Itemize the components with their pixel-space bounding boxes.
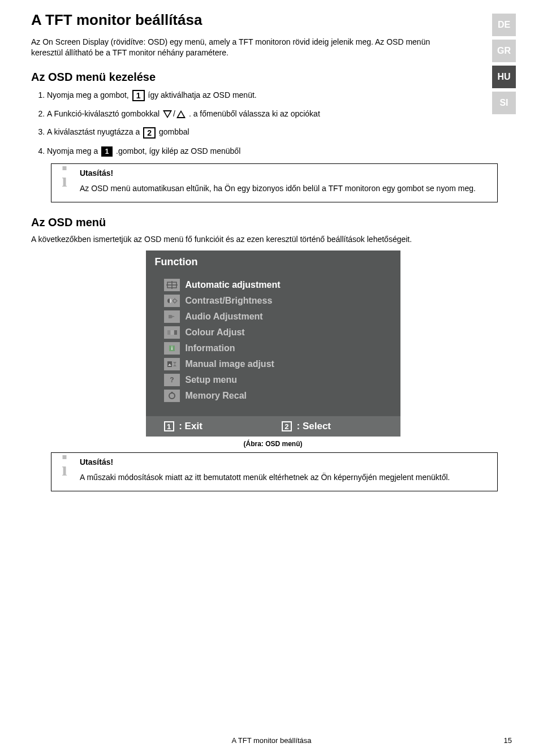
step-4: Nyomja meg a 1 .gombot, így kilép az OSD… — [47, 145, 515, 157]
osd-label: Information — [186, 343, 235, 353]
figure-caption: (Ábra: OSD menü) — [31, 440, 515, 448]
page-number: 15 — [504, 736, 512, 745]
osd-menu-list: Automatic adjustment Contrast/Brightness… — [146, 275, 400, 416]
osd-item-setup[interactable]: ? Setup menu — [164, 372, 390, 388]
osd-panel: Function Automatic adjustment Contrast/B… — [146, 250, 400, 437]
button-1-icon: 1 — [132, 90, 145, 101]
svg-point-16 — [169, 393, 175, 399]
svg-point-4 — [173, 299, 176, 303]
osd-label: Manual image adjust — [186, 359, 274, 369]
svg-text:i: i — [171, 345, 173, 351]
step-3-text-a: A kiválasztást nyugtázza a — [47, 127, 142, 136]
step-1-text-a: Nyomja meg a gombot, — [47, 90, 131, 100]
step-1: Nyomja meg a gombot, 1 így aktiválhatja … — [47, 89, 515, 101]
info-icon: ı — [56, 459, 73, 480]
steps-list: Nyomja meg a gombot, 1 így aktiválhatja … — [47, 89, 515, 157]
auto-adjust-icon — [164, 279, 180, 291]
osd-item-auto-adjust[interactable]: Automatic adjustment — [164, 277, 390, 293]
note-1-text: Az OSD menü automatikusan eltűnik, ha Ön… — [80, 183, 490, 194]
lang-tab-gr[interactable]: GR — [492, 40, 516, 62]
step-4-text-a: Nyomja meg a — [47, 146, 100, 155]
note-1-title: Utasítás! — [80, 169, 490, 178]
language-tabs: DE GR HU SI — [492, 14, 516, 114]
osd-footer-select: 2 : Select — [282, 421, 331, 432]
svg-rect-11 — [174, 330, 177, 335]
osd-label: Memory Recal — [186, 391, 247, 401]
step-1-text-b: így aktiválhatja az OSD menüt. — [148, 90, 257, 100]
svg-text:?: ? — [170, 376, 174, 384]
information-icon: i — [164, 342, 180, 355]
footer-text: A TFT monitor beállítása — [231, 736, 311, 745]
svg-rect-10 — [171, 330, 174, 335]
lang-tab-hu[interactable]: HU — [492, 66, 516, 88]
setup-icon: ? — [164, 374, 180, 386]
osd-item-audio[interactable]: Audio Adjustment — [164, 309, 390, 325]
step-3-text-b: gombbal — [159, 127, 189, 136]
memory-recall-icon — [164, 390, 180, 402]
page-title: A TFT monitor beállítása — [31, 11, 515, 29]
osd-item-manual-image[interactable]: Manual image adjust — [164, 356, 390, 372]
osd-label: Colour Adjust — [186, 327, 245, 338]
osd-item-memory-recall[interactable]: Memory Recal — [164, 388, 390, 404]
manual-image-icon — [164, 358, 180, 370]
footer-1-icon: 1 — [164, 421, 174, 431]
button-2-icon: 2 — [143, 127, 156, 139]
contrast-brightness-icon — [164, 295, 180, 307]
osd-item-contrast-brightness[interactable]: Contrast/Brightness — [164, 293, 390, 309]
note-2-text: A műszaki módosítások miatt az itt bemut… — [80, 472, 490, 483]
osd-label: Audio Adjustment — [186, 312, 263, 322]
osd-item-information[interactable]: i Information — [164, 340, 390, 356]
audio-icon — [164, 310, 180, 323]
step-2: A Funkció-kiválasztó gombokkal / . a főm… — [47, 108, 515, 119]
osd-header: Function — [146, 250, 400, 275]
lang-tab-si[interactable]: SI — [492, 92, 516, 114]
osd-footer: 1 : Exit 2 : Select — [146, 416, 400, 437]
arrow-up-icon — [176, 110, 186, 118]
osd-label: Setup menu — [186, 375, 238, 385]
button-1-solid-icon: 1 — [101, 146, 113, 157]
osd-footer-exit: 1 : Exit — [164, 421, 202, 432]
page-footer: A TFT monitor beállítása 15 — [0, 736, 543, 745]
step-3: A kiválasztást nyugtázza a 2 gombbal — [47, 126, 515, 138]
osd-item-colour[interactable]: Colour Adjust — [164, 325, 390, 340]
note-box-2: ı Utasítás! A műszaki módosítások miatt … — [51, 452, 498, 491]
step-2-text-b: . a főmenüből válassza ki az opciókat — [189, 109, 320, 118]
intro-text: Az On Screen Display (rövidítve: OSD) eg… — [31, 37, 444, 58]
footer-2-icon: 2 — [282, 421, 292, 431]
note-2-title: Utasítás! — [80, 457, 490, 466]
section-heading-osd-menu: Az OSD menü — [31, 216, 515, 229]
svg-rect-9 — [167, 330, 170, 335]
info-icon: ı — [56, 170, 73, 191]
osd-label: Contrast/Brightness — [186, 296, 273, 306]
lang-tab-de[interactable]: DE — [492, 14, 516, 36]
note-box-1: ı Utasítás! Az OSD menü automatikusan el… — [51, 163, 498, 202]
section-heading-osd-controls: Az OSD menü kezelése — [31, 71, 515, 84]
arrow-down-icon — [163, 110, 172, 118]
osd-label: Automatic adjustment — [186, 280, 281, 290]
section-2-description: A következőkben ismertetjük az OSD menü … — [31, 235, 515, 244]
colour-icon — [164, 326, 180, 339]
step-2-text-a: A Funkció-kiválasztó gombokkal — [47, 109, 162, 118]
step-4-text-b: .gombot, így kilép az OSD menüből — [116, 146, 240, 155]
